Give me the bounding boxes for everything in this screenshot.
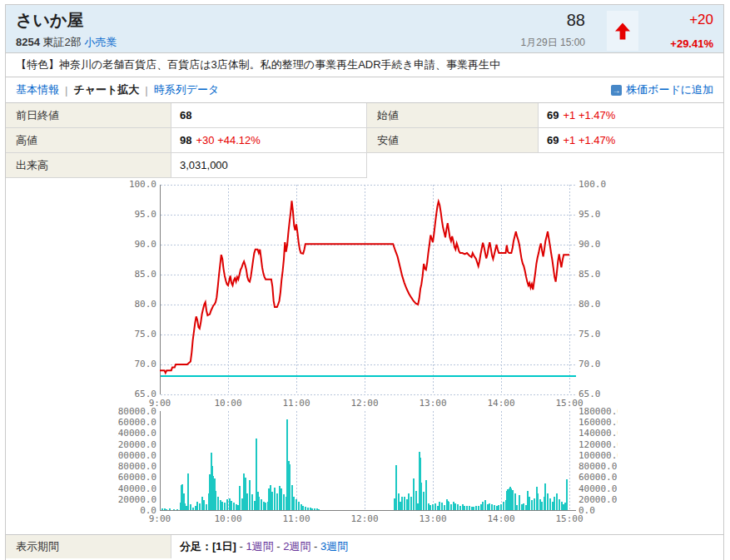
page-title: さいか屋 [16, 11, 117, 29]
tab-basic-info[interactable]: 基本情報 [16, 82, 59, 97]
time-axis-label: 11:00 [277, 513, 315, 524]
time-axis-label: 11:00 [277, 398, 315, 409]
period-link-1week[interactable]: 1週間 [246, 540, 273, 553]
quote-label-volume: 出来高 [6, 153, 171, 178]
time-axis-label: 9:00 [141, 398, 179, 409]
volume-y-tick-label: 40000.0 [579, 483, 618, 494]
volume-y-tick-label: 120000.0 [117, 439, 156, 450]
period-separator: - [274, 540, 284, 553]
stock-code: 8254 [16, 36, 40, 48]
price-change: +20 [657, 11, 713, 29]
current-price: 88 [494, 11, 585, 29]
tab-time-series[interactable]: 時系列データ [154, 82, 220, 97]
price-timestamp: 1月29日 15:00 [494, 36, 585, 50]
period-separator: - [310, 540, 320, 553]
time-axis-label: 10:00 [209, 398, 247, 409]
volume-y-tick-label: 60000.0 [117, 472, 156, 483]
time-axis-label: 15:00 [550, 513, 588, 524]
add-to-price-board-link[interactable]: → 株価ボードに追加 [611, 82, 713, 97]
change-block: +20 +29.41% [657, 11, 713, 50]
volume-y-tick-label: 160000.0 [579, 417, 618, 428]
period-selected: 分足：[1日] [180, 540, 236, 553]
volume-y-tick-label: 40000.0 [117, 483, 156, 494]
price-y-tick-label: 75.0 [117, 329, 156, 339]
volume-y-tick-label: 160000.0 [117, 417, 156, 428]
add-to-price-board-label: 株価ボードに追加 [626, 82, 713, 97]
time-axis-label: 12:00 [345, 513, 384, 524]
volume-y-tick-label: 80000.0 [117, 461, 156, 472]
display-period-label: 表示期間 [6, 535, 171, 558]
prev-close-value: 68 [180, 109, 191, 121]
price-y-tick-label: 80.0 [579, 299, 618, 310]
period-separator: - [236, 540, 246, 553]
open-extra: +1 +1.47% [563, 109, 615, 121]
price-y-tick-label: 95.0 [117, 209, 156, 220]
quote-label-low: 安値 [367, 128, 539, 153]
price-direction-panel [607, 11, 638, 51]
price-y-tick-label: 85.0 [579, 269, 618, 280]
quote-table: 前日終値 68 始値 69+1 +1.47% 高値 98+30 +44.12% … [6, 103, 723, 178]
high-extra: +30 +44.12% [196, 134, 260, 146]
tab-chart-expand[interactable]: チャート拡大 [73, 82, 139, 97]
tab-group: 基本情報 | チャート拡大 | 時系列データ [16, 82, 219, 97]
low-extra: +1 +1.47% [563, 134, 615, 146]
open-value: 69 [547, 109, 559, 121]
tab-separator: | [65, 84, 67, 97]
price-y-tick-label: 90.0 [117, 239, 156, 250]
price-change-percent: +29.41% [657, 37, 713, 50]
price-summary: 88 1月29日 15:00 +20 +29.41% [494, 11, 713, 52]
quote-value-high: 98+30 +44.12% [171, 128, 367, 153]
time-axis-label: 10:00 [209, 513, 247, 524]
volume-y-tick-label: 20000.0 [117, 494, 156, 505]
low-value: 69 [547, 134, 559, 146]
quote-label-high: 高値 [6, 128, 171, 153]
volume-y-tick-label: 20000.0 [579, 494, 618, 505]
volume-y-tick-label: 80000.0 [579, 461, 618, 472]
time-axis-label: 15:00 [550, 398, 588, 409]
volume-y-tick-label: 100000.0 [117, 450, 156, 461]
price-block: 88 1月29日 15:00 [494, 11, 585, 50]
industry-link[interactable]: 小売業 [84, 36, 117, 48]
period-link-3week[interactable]: 3週間 [320, 540, 348, 553]
quote-empty-cell [539, 153, 723, 178]
volume-y-tick-label: 100000.0 [579, 450, 618, 461]
price-y-tick-label: 70.0 [579, 359, 618, 369]
quote-value-low: 69+1 +1.47% [539, 128, 723, 153]
time-axis-label: 12:00 [345, 398, 384, 409]
quote-value-volume: 3,031,000 [171, 153, 367, 178]
display-period-options: 分足：[1日] - 1週間 - 2週間 - 3週間 [171, 535, 348, 558]
time-axis-label: 14:00 [482, 513, 520, 524]
price-y-tick-label: 95.0 [579, 209, 618, 220]
quote-value-prev-close: 68 [171, 103, 367, 128]
quote-label-prev-close: 前日終値 [6, 103, 171, 128]
stock-subtitle: 8254 東証2部 小売業 [16, 35, 117, 50]
stock-market: 東証2部 [43, 36, 82, 48]
volume-y-tick-label: 140000.0 [117, 428, 156, 439]
quote-label-open: 始値 [367, 103, 539, 128]
price-line [160, 201, 569, 373]
up-arrow-icon [614, 22, 631, 40]
chart-area: 100.0100.095.095.090.090.085.085.080.080… [6, 178, 723, 534]
page-frame: さいか屋 8254 東証2部 小売業 88 1月29日 15:00 +20 +2… [5, 4, 724, 560]
arrow-right-icon: → [611, 85, 622, 96]
price-y-tick-label: 75.0 [579, 329, 618, 339]
time-axis-label: 14:00 [482, 398, 520, 409]
stock-identity: さいか屋 8254 東証2部 小売業 [16, 11, 117, 52]
volume-y-tick-label: 60000.0 [579, 472, 618, 483]
tab-bar: 基本情報 | チャート拡大 | 時系列データ → 株価ボードに追加 [6, 77, 723, 103]
volume-y-tick-label: 140000.0 [579, 428, 618, 439]
time-axis-label: 9:00 [141, 513, 179, 524]
price-y-tick-label: 70.0 [117, 359, 156, 369]
time-axis-label: 13:00 [414, 398, 452, 409]
price-y-tick-label: 100.0 [579, 179, 618, 190]
price-y-tick-label: 100.0 [117, 179, 156, 190]
volume-y-tick-label: 120000.0 [579, 439, 618, 450]
display-period-row: 表示期間 分足：[1日] - 1週間 - 2週間 - 3週間 [6, 534, 723, 558]
volume-value: 3,031,000 [180, 159, 228, 171]
company-feature-line: 【特色】神奈川の老舗百貨店、百貨店は3店体制。私的整理の事業再生ADR手続き申請… [6, 53, 723, 77]
stock-header: さいか屋 8254 東証2部 小売業 88 1月29日 15:00 +20 +2… [6, 5, 723, 53]
quote-empty-cell [367, 153, 539, 178]
price-y-tick-label: 85.0 [117, 269, 156, 280]
period-link-2week[interactable]: 2週間 [283, 540, 310, 553]
tab-separator: | [145, 84, 147, 97]
